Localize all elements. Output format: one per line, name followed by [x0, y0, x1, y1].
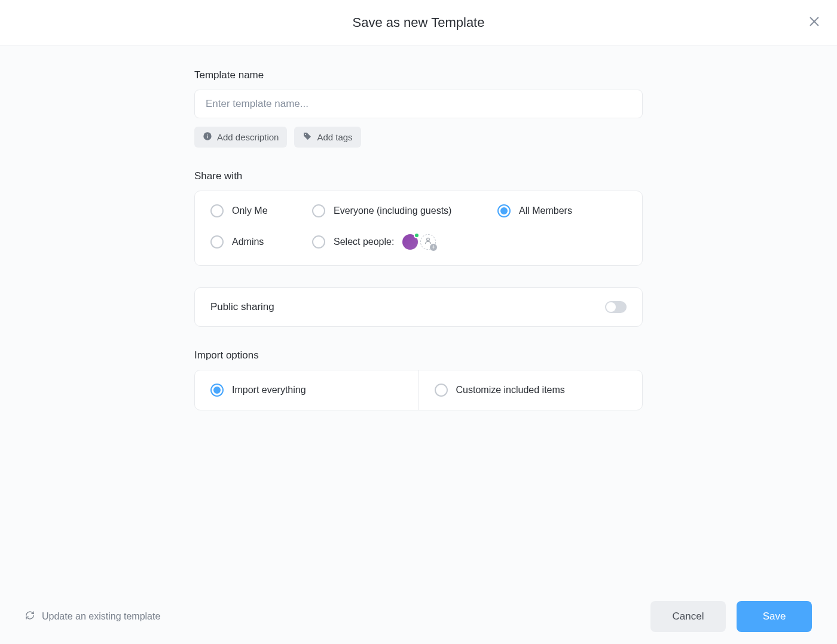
modal-title: Save as new Template: [353, 15, 485, 30]
share-option-all-members[interactable]: All Members: [497, 204, 627, 217]
refresh-icon: [25, 611, 35, 622]
share-option-everyone[interactable]: Everyone (including guests): [312, 204, 497, 217]
share-option-label: Admins: [232, 237, 264, 247]
import-option-label: Customize included items: [456, 385, 565, 395]
public-sharing-panel: Public sharing: [194, 287, 643, 327]
share-option-label: All Members: [519, 206, 572, 216]
import-option-everything[interactable]: Import everything: [195, 370, 419, 410]
share-with-label: Share with: [194, 170, 643, 182]
add-description-label: Add description: [217, 132, 279, 142]
cancel-button[interactable]: Cancel: [650, 601, 726, 632]
toggle-knob-icon: [606, 302, 616, 312]
share-option-only-me[interactable]: Only Me: [210, 204, 312, 217]
people-avatars: +: [402, 234, 436, 250]
radio-icon: [210, 235, 224, 249]
tag-icon: [303, 131, 312, 143]
presence-dot-icon: [414, 232, 420, 238]
info-icon: [203, 131, 212, 143]
plus-icon: +: [430, 244, 437, 251]
import-option-label: Import everything: [232, 385, 306, 395]
radio-icon: [497, 204, 511, 217]
add-tags-chip[interactable]: Add tags: [294, 127, 361, 148]
template-name-label: Template name: [194, 69, 643, 81]
footer-actions: Cancel Save: [650, 601, 812, 632]
template-name-input[interactable]: [194, 90, 643, 118]
radio-icon: [435, 384, 448, 397]
radio-icon: [210, 384, 224, 397]
share-option-label: Select people:: [334, 237, 394, 247]
radio-icon: [312, 235, 325, 249]
share-panel: Only Me Everyone (including guests) All …: [194, 191, 643, 266]
import-option-customize[interactable]: Customize included items: [419, 370, 643, 410]
share-option-select-people[interactable]: Select people:: [312, 235, 394, 249]
modal-header: Save as new Template: [0, 0, 837, 45]
chip-row: Add description Add tags: [194, 127, 643, 148]
svg-point-6: [427, 238, 430, 241]
public-sharing-toggle[interactable]: [605, 301, 627, 313]
update-existing-template-link[interactable]: Update an existing template: [25, 611, 160, 622]
svg-rect-4: [207, 134, 207, 134]
add-description-chip[interactable]: Add description: [194, 127, 287, 148]
update-existing-template-label: Update an existing template: [42, 611, 160, 622]
svg-rect-3: [207, 136, 207, 139]
radio-icon: [210, 204, 224, 217]
share-option-label: Everyone (including guests): [334, 206, 451, 216]
import-panel: Import everything Customize included ite…: [194, 370, 643, 410]
radio-icon: [312, 204, 325, 217]
import-options-label: Import options: [194, 349, 643, 361]
share-option-label: Only Me: [232, 206, 268, 216]
modal-footer: Update an existing template Cancel Save: [0, 589, 837, 644]
svg-point-5: [305, 134, 306, 135]
share-option-admins[interactable]: Admins: [210, 235, 312, 249]
close-icon: [808, 15, 821, 30]
close-button[interactable]: [806, 14, 823, 31]
modal-body: Template name Add description Add tags S…: [0, 45, 837, 589]
save-template-modal: Save as new Template Template name Add d…: [0, 0, 837, 644]
save-button[interactable]: Save: [737, 601, 812, 632]
public-sharing-label: Public sharing: [210, 301, 274, 313]
avatar[interactable]: [402, 234, 418, 250]
add-tags-label: Add tags: [317, 132, 352, 142]
add-person-button[interactable]: +: [420, 234, 436, 250]
